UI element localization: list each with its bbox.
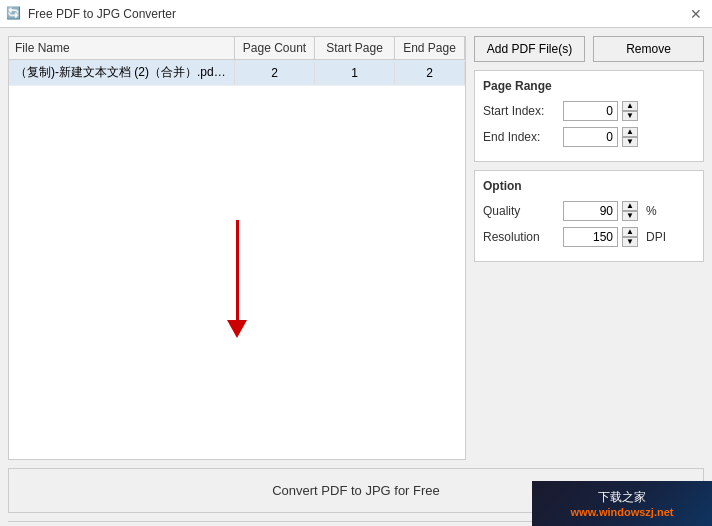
title-bar: 🔄 Free PDF to JPG Converter ✕ bbox=[0, 0, 712, 28]
app-icon: 🔄 bbox=[6, 6, 22, 22]
start-index-input[interactable] bbox=[563, 101, 618, 121]
start-index-up[interactable]: ▲ bbox=[622, 101, 638, 111]
quality-input[interactable] bbox=[563, 201, 618, 221]
quality-up[interactable]: ▲ bbox=[622, 201, 638, 211]
right-panel: Add PDF File(s) Remove Page Range Start … bbox=[474, 36, 704, 460]
resolution-spin-buttons: ▲ ▼ bbox=[622, 227, 638, 247]
arrow-head bbox=[227, 320, 247, 338]
page-range-title: Page Range bbox=[483, 79, 695, 93]
header-start-page: Start Page bbox=[315, 37, 395, 59]
quality-down[interactable]: ▼ bbox=[622, 211, 638, 221]
header-name: File Name bbox=[9, 37, 235, 59]
title-bar-left: 🔄 Free PDF to JPG Converter bbox=[6, 6, 176, 22]
resolution-up[interactable]: ▲ bbox=[622, 227, 638, 237]
arrow-line bbox=[236, 220, 239, 320]
resolution-spinner: ▲ ▼ DPI bbox=[563, 227, 666, 247]
start-index-spinner: ▲ ▼ bbox=[563, 101, 638, 121]
file-name-cell: （复制)-新建文本文档 (2)（合并）.pdf-... bbox=[9, 60, 235, 85]
close-button[interactable]: ✕ bbox=[686, 4, 706, 24]
start-index-spin-buttons: ▲ ▼ bbox=[622, 101, 638, 121]
end-index-spin-buttons: ▲ ▼ bbox=[622, 127, 638, 147]
quality-spin-buttons: ▲ ▼ bbox=[622, 201, 638, 221]
file-table-body[interactable]: （复制)-新建文本文档 (2)（合并）.pdf-... 2 1 2 bbox=[9, 60, 465, 459]
window-title: Free PDF to JPG Converter bbox=[28, 7, 176, 21]
table-row[interactable]: （复制)-新建文本文档 (2)（合并）.pdf-... 2 1 2 bbox=[9, 60, 465, 86]
watermark-site: www.windowszj.net bbox=[571, 506, 674, 518]
resolution-input[interactable] bbox=[563, 227, 618, 247]
end-index-row: End Index: ▲ ▼ bbox=[483, 127, 695, 147]
quality-unit: % bbox=[646, 204, 657, 218]
end-index-input[interactable] bbox=[563, 127, 618, 147]
resolution-row: Resolution ▲ ▼ DPI bbox=[483, 227, 695, 247]
quality-label: Quality bbox=[483, 204, 563, 218]
option-section: Option Quality ▲ ▼ % Resolution ▲ bbox=[474, 170, 704, 262]
quality-row: Quality ▲ ▼ % bbox=[483, 201, 695, 221]
end-index-spinner: ▲ ▼ bbox=[563, 127, 638, 147]
file-list-panel: File Name Page Count Start Page End Page… bbox=[8, 36, 466, 460]
resolution-down[interactable]: ▼ bbox=[622, 237, 638, 247]
header-page-count: Page Count bbox=[235, 37, 315, 59]
header-end-page: End Page bbox=[395, 37, 465, 59]
arrow-indicator bbox=[227, 220, 247, 338]
end-index-down[interactable]: ▼ bbox=[622, 137, 638, 147]
resolution-unit: DPI bbox=[646, 230, 666, 244]
file-table-header: File Name Page Count Start Page End Page bbox=[9, 37, 465, 60]
quality-spinner: ▲ ▼ % bbox=[563, 201, 657, 221]
end-page-cell: 2 bbox=[395, 62, 465, 84]
page-count-cell: 2 bbox=[235, 62, 315, 84]
watermark: 下载之家 www.windowszj.net bbox=[532, 481, 712, 526]
start-index-row: Start Index: ▲ ▼ bbox=[483, 101, 695, 121]
end-index-label: End Index: bbox=[483, 130, 563, 144]
remove-button[interactable]: Remove bbox=[593, 36, 704, 62]
main-content: File Name Page Count Start Page End Page… bbox=[0, 28, 712, 468]
top-buttons: Add PDF File(s) Remove bbox=[474, 36, 704, 62]
page-range-section: Page Range Start Index: ▲ ▼ End Index: ▲ bbox=[474, 70, 704, 162]
end-index-up[interactable]: ▲ bbox=[622, 127, 638, 137]
watermark-line1: 下载之家 bbox=[598, 489, 646, 506]
start-index-label: Start Index: bbox=[483, 104, 563, 118]
start-index-down[interactable]: ▼ bbox=[622, 111, 638, 121]
start-page-cell: 1 bbox=[315, 62, 395, 84]
option-title: Option bbox=[483, 179, 695, 193]
add-pdf-button[interactable]: Add PDF File(s) bbox=[474, 36, 585, 62]
resolution-label: Resolution bbox=[483, 230, 563, 244]
